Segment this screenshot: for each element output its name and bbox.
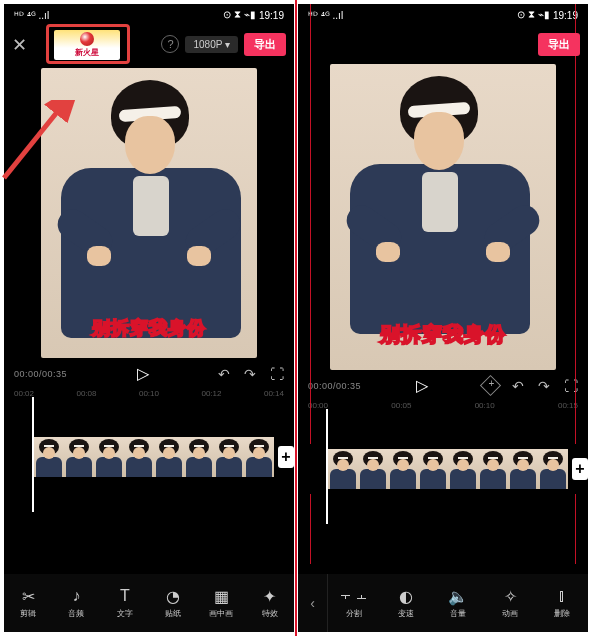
keyframe-button[interactable]: [480, 375, 501, 396]
split-icon: ⫟⫠: [338, 587, 370, 605]
status-icons: ⊙ ⧗ ⌁▮: [517, 9, 550, 21]
tool-label: 贴纸: [165, 608, 181, 619]
playback-row: 00:00/00:35 ▷ ↶ ↷ ⛶: [4, 358, 294, 385]
ruler-tick: 00:14: [264, 389, 284, 398]
redo-button[interactable]: ↷: [538, 378, 550, 394]
clip-thumb[interactable]: [94, 437, 124, 477]
tool-split[interactable]: ⫟⫠分割: [328, 587, 380, 619]
tool-label: 删除: [554, 608, 570, 619]
tool-label: 画中画: [209, 608, 233, 619]
tool-text[interactable]: T文字: [101, 587, 149, 619]
clip-thumb[interactable]: [214, 437, 244, 477]
sticker-icon: ◔: [166, 587, 180, 605]
undo-button[interactable]: ↶: [512, 378, 524, 394]
ruler-tick: 00:08: [76, 389, 96, 398]
timeline-track[interactable]: +: [4, 432, 294, 482]
clip-thumb[interactable]: [508, 449, 538, 489]
play-button[interactable]: ▷: [416, 376, 428, 395]
timecode: 00:00/00:35: [308, 381, 361, 391]
clip-thumb[interactable]: [154, 437, 184, 477]
status-signal: ᴴᴰ ⁴ᴳ ..ıl: [308, 10, 343, 21]
comparison-divider: [295, 0, 297, 636]
clip-thumbnails[interactable]: [328, 449, 568, 489]
phone-screen-right: ᴴᴰ ⁴ᴳ ..ıl ⊙ ⧗ ⌁▮ 19:19 导出 别拆穿我身份 00:00/…: [298, 4, 588, 632]
export-button[interactable]: 导出: [244, 33, 286, 56]
clip-thumb[interactable]: [328, 449, 358, 489]
clip-thumb[interactable]: [358, 449, 388, 489]
clip-thumb[interactable]: [64, 437, 94, 477]
ruler-tick: 00:10: [475, 401, 495, 410]
video-person: [41, 68, 257, 358]
video-preview[interactable]: 别拆穿我身份: [41, 68, 257, 358]
status-signal: ᴴᴰ ⁴ᴳ ..ıl: [14, 10, 49, 21]
help-button[interactable]: ?: [161, 35, 179, 53]
video-preview[interactable]: 别拆穿我身份: [330, 64, 556, 370]
top-bar: ✕ 新火星 ? 1080P ▾ 导出: [4, 26, 294, 62]
video-caption: 别拆穿我身份: [380, 321, 506, 348]
tool-speed[interactable]: ◐变速: [380, 587, 432, 619]
animation-icon: ✧: [504, 587, 517, 605]
weibo-eye-icon: [80, 32, 94, 46]
timeline-track[interactable]: +: [298, 444, 588, 494]
playback-row: 00:00/00:35 ▷ ↶ ↷ ⛶: [298, 370, 588, 397]
play-button[interactable]: ▷: [137, 364, 149, 383]
ruler-tick: 00:12: [201, 389, 221, 398]
add-clip-button[interactable]: +: [278, 446, 294, 468]
close-button[interactable]: ✕: [12, 34, 27, 56]
tool-label: 音量: [450, 608, 466, 619]
tool-pip[interactable]: ▦画中画: [197, 587, 245, 619]
music-icon: ♪: [72, 587, 80, 605]
tool-delete[interactable]: ⫿删除: [536, 587, 588, 619]
add-clip-button[interactable]: +: [572, 458, 588, 480]
clip-thumb[interactable]: [124, 437, 154, 477]
tool-sticker[interactable]: ◔贴纸: [149, 587, 197, 619]
speed-icon: ◐: [399, 587, 413, 605]
tool-label: 分割: [346, 608, 362, 619]
undo-button[interactable]: ↶: [218, 366, 230, 382]
resolution-dropdown[interactable]: 1080P ▾: [185, 36, 238, 53]
clip-thumb[interactable]: [538, 449, 568, 489]
export-button[interactable]: 导出: [538, 33, 580, 56]
tool-audio[interactable]: ♪音频: [52, 587, 100, 619]
status-time: 19:19: [259, 10, 284, 21]
clip-thumb[interactable]: [418, 449, 448, 489]
clip-thumb[interactable]: [244, 437, 274, 477]
redo-button[interactable]: ↷: [244, 366, 256, 382]
bottom-toolbar: ‹ ⫟⫠分割 ◐变速 🔈音量 ✧动画 ⫿删除: [298, 574, 588, 632]
back-button[interactable]: ‹: [298, 574, 328, 632]
clip-thumb[interactable]: [388, 449, 418, 489]
timeline-ruler: 00:00 00:05 00:10 00:15: [298, 397, 588, 412]
tool-effect[interactable]: ✦特效: [246, 587, 294, 619]
timeline-ruler: 00:02 00:08 00:10 00:12 00:14: [4, 385, 294, 400]
tool-label: 特效: [262, 608, 278, 619]
fullscreen-button[interactable]: ⛶: [270, 366, 284, 382]
clip-thumb[interactable]: [478, 449, 508, 489]
tool-label: 变速: [398, 608, 414, 619]
volume-icon: 🔈: [448, 587, 468, 605]
clip-thumbnails[interactable]: [34, 437, 274, 477]
text-icon: T: [120, 587, 130, 605]
status-bar: ᴴᴰ ⁴ᴳ ..ıl ⊙ ⧗ ⌁▮ 19:19: [298, 4, 588, 26]
pip-icon: ▦: [214, 587, 229, 605]
tool-label: 剪辑: [20, 608, 36, 619]
video-caption: 别拆穿我身份: [92, 316, 206, 340]
tool-volume[interactable]: 🔈音量: [432, 587, 484, 619]
status-icons: ⊙ ⧗ ⌁▮: [223, 9, 256, 21]
scissors-icon: ✂: [22, 587, 35, 605]
tool-label: 动画: [502, 608, 518, 619]
status-bar: ᴴᴰ ⁴ᴳ ..ıl ⊙ ⧗ ⌁▮ 19:19: [4, 4, 294, 26]
clip-thumb[interactable]: [34, 437, 64, 477]
clip-thumb[interactable]: [184, 437, 214, 477]
weibo-logo-badge[interactable]: 新火星: [54, 30, 120, 60]
tool-label: 文字: [117, 608, 133, 619]
tool-animation[interactable]: ✧动画: [484, 587, 536, 619]
timecode: 00:00/00:35: [14, 369, 67, 379]
clip-thumb[interactable]: [448, 449, 478, 489]
logo-text: 新火星: [75, 47, 99, 58]
ruler-tick: 00:10: [139, 389, 159, 398]
delete-icon: ⫿: [558, 587, 566, 605]
phone-screen-left: ᴴᴰ ⁴ᴳ ..ıl ⊙ ⧗ ⌁▮ 19:19 ✕ 新火星 ? 1080P ▾ …: [4, 4, 294, 632]
top-bar: 导出: [298, 26, 588, 62]
tool-cut[interactable]: ✂剪辑: [4, 587, 52, 619]
tool-label: 音频: [68, 608, 84, 619]
